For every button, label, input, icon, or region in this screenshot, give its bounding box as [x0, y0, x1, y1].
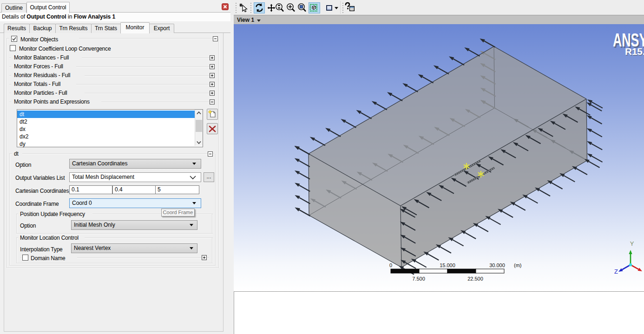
svg-text:0: 0: [389, 262, 392, 268]
svg-text:R15.0: R15.0: [625, 46, 644, 57]
svg-text:(m): (m): [514, 262, 522, 268]
svg-text:Y: Y: [630, 240, 634, 247]
svg-text:7.500: 7.500: [412, 276, 425, 282]
svg-text:30.000: 30.000: [489, 262, 505, 268]
svg-text:Z: Z: [614, 268, 618, 275]
svg-text:15.000: 15.000: [440, 262, 455, 268]
svg-text:22.500: 22.500: [467, 276, 483, 282]
